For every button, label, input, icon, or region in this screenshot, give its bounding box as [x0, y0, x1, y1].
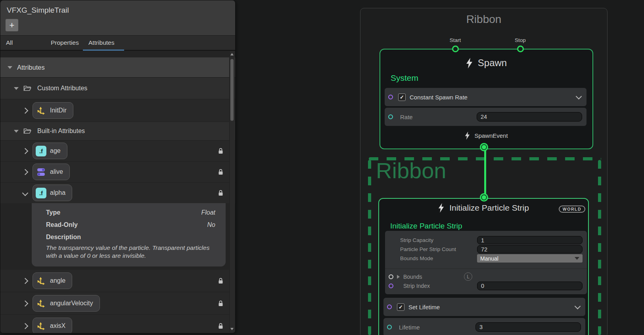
rate-block[interactable]: Rate — [385, 108, 586, 126]
block-port-icon[interactable] — [387, 305, 392, 309]
spawn-node-title-row: Spawn — [380, 57, 592, 69]
attribute-row-initdir[interactable]: InitDir — [0, 99, 235, 122]
attribute-row-alive[interactable]: alive — [0, 162, 235, 183]
init-node-title: Initialize Particle Strip — [449, 203, 529, 213]
strip-index-input[interactable] — [477, 282, 583, 290]
attribute-name: InitDir — [50, 107, 67, 114]
local-space-letter: L — [467, 274, 470, 280]
chevron-down-icon[interactable] — [575, 303, 581, 309]
scroll-down-arrow-icon[interactable] — [230, 328, 234, 330]
tab-properties[interactable]: Properties — [45, 36, 83, 50]
group-title: Ribbon — [360, 13, 607, 26]
set-lifetime-label: Set Lifetime — [408, 304, 440, 310]
attribute-row-axisx[interactable]: axisX — [0, 315, 235, 333]
attribute-chip[interactable]: .f alpha — [33, 185, 72, 201]
attribute-row-angle[interactable]: angle — [0, 270, 235, 292]
local-space-badge[interactable]: L — [464, 272, 472, 281]
strip-index-row[interactable]: Strip Index — [389, 282, 430, 290]
start-flow-port[interactable] — [452, 46, 459, 52]
chevron-right-icon[interactable] — [22, 169, 29, 175]
bounds-row[interactable]: Bounds — [389, 272, 422, 281]
description-label: Description — [46, 234, 215, 241]
lock-icon — [218, 278, 223, 284]
attribute-name: angularVelocity — [50, 300, 93, 307]
start-port-label: Start — [439, 37, 471, 43]
spawn-node-title: Spawn — [478, 57, 507, 69]
foldout-open-icon[interactable] — [8, 66, 12, 69]
lock-icon — [218, 190, 223, 196]
chevron-right-icon[interactable] — [22, 148, 29, 154]
scrollbar[interactable] — [229, 51, 235, 332]
checkbox-checked[interactable]: ✓ — [398, 93, 406, 101]
attributes-section-label: Attributes — [17, 64, 45, 71]
lifetime-block[interactable]: Lifetime — [383, 318, 585, 335]
attribute-chip[interactable]: axisX — [33, 318, 72, 333]
init-settings-block[interactable]: Strip Capacity Particle Per Strip Count … — [385, 231, 587, 294]
blackboard-header: VFXG_SimpleTrail + — [0, 0, 235, 36]
tab-attributes[interactable]: Attributes — [83, 36, 124, 50]
spawn-event-label: SpawnEvent — [474, 132, 508, 139]
spawn-context-node[interactable]: Start Stop Spawn System ✓ Constant Spawn… — [380, 49, 593, 149]
stop-flow-port[interactable] — [517, 46, 524, 52]
attribute-chip[interactable]: .f age — [33, 143, 67, 159]
lightning-icon — [466, 58, 473, 69]
system-boundary-left-edge — [368, 160, 371, 335]
particle-per-strip-input[interactable] — [477, 245, 583, 253]
system-boundary-right-edge — [598, 160, 601, 335]
asset-title: VFXG_SimpleTrail — [7, 6, 69, 15]
attribute-row-alpha[interactable]: .f alpha — [0, 183, 235, 203]
blackboard-panel: VFXG_SimpleTrail + All Properties Attrib… — [0, 0, 236, 333]
bounds-mode-dropdown[interactable]: Manual — [477, 254, 583, 263]
lifetime-port-icon[interactable] — [387, 325, 392, 329]
add-attribute-button[interactable]: + — [5, 19, 19, 32]
spacer — [0, 266, 235, 270]
spawn-output-port[interactable] — [481, 144, 487, 150]
lifetime-input[interactable] — [475, 322, 581, 332]
scroll-up-arrow-icon[interactable] — [230, 53, 234, 55]
bool-type-icon — [36, 167, 46, 177]
type-label: Type — [46, 209, 60, 216]
bounds-port-icon[interactable] — [389, 274, 393, 279]
chevron-down-icon[interactable] — [576, 93, 582, 99]
scrollbar-thumb[interactable] — [230, 59, 234, 121]
init-node-title-row: Initialize Particle Strip — [379, 203, 588, 213]
foldout-open-icon[interactable] — [14, 87, 19, 90]
foldout-open-icon[interactable] — [14, 130, 19, 133]
checkbox-checked-icon: ✓ — [399, 304, 403, 310]
strip-capacity-input[interactable] — [477, 236, 583, 244]
attribute-row-angularvelocity[interactable]: angularVelocity — [0, 292, 235, 315]
set-lifetime-block[interactable]: ✓ Set Lifetime — [383, 298, 585, 316]
rate-port-icon[interactable] — [388, 114, 393, 119]
bounds-mode-label: Bounds Mode — [400, 254, 433, 263]
constant-spawn-rate-block[interactable]: ✓ Constant Spawn Rate — [385, 88, 586, 106]
bounds-label: Bounds — [403, 274, 422, 280]
chevron-right-icon[interactable] — [22, 107, 29, 114]
bounds-mode-value: Manual — [480, 255, 498, 262]
initialize-context-node[interactable]: Initialize Particle Strip WORLD Initiali… — [378, 198, 589, 335]
attribute-row-age[interactable]: .f age — [0, 141, 235, 162]
strip-index-port-icon[interactable] — [389, 284, 393, 288]
chevron-right-icon[interactable] — [22, 278, 29, 284]
rate-input[interactable] — [477, 112, 582, 122]
chevron-right-icon[interactable] — [22, 300, 29, 306]
attribute-chip[interactable]: InitDir — [33, 102, 73, 119]
spawn-context-label: System — [391, 73, 418, 83]
custom-attributes-group[interactable]: Custom Attributes — [0, 78, 235, 99]
block-port-icon[interactable] — [388, 95, 393, 99]
constant-spawn-rate-label: Constant Spawn Rate — [410, 94, 468, 101]
spawn-to-init-edge[interactable] — [484, 148, 486, 198]
attribute-chip[interactable]: angularVelocity — [33, 295, 100, 312]
tab-all[interactable]: All — [0, 36, 45, 50]
foldout-arrow-icon[interactable] — [397, 275, 400, 279]
attribute-chip[interactable]: alive — [33, 164, 70, 180]
lifetime-label: Lifetime — [399, 324, 420, 331]
attribute-chip[interactable]: angle — [33, 272, 72, 289]
init-input-port[interactable] — [481, 194, 487, 200]
chevron-right-icon[interactable] — [22, 323, 29, 329]
chevron-down-icon[interactable] — [22, 190, 29, 196]
builtin-attributes-group[interactable]: Built-in Attributes — [0, 122, 235, 141]
world-space-badge[interactable]: WORLD — [559, 206, 585, 213]
vector-type-icon — [36, 321, 46, 331]
attributes-section-header[interactable]: Attributes — [0, 57, 235, 78]
checkbox-checked[interactable]: ✓ — [397, 303, 404, 311]
